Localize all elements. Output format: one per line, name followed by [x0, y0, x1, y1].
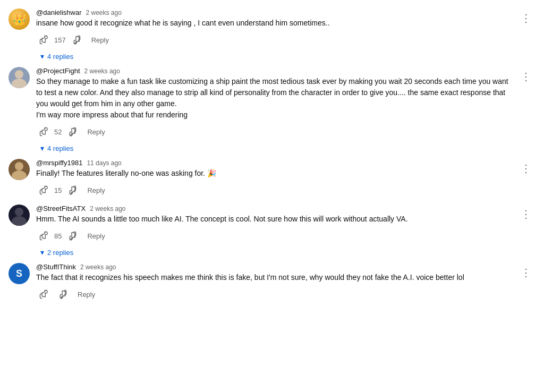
comment-header: @ProjectFight2 weeks ago [36, 67, 510, 75]
thumbs-up-button[interactable] [36, 183, 52, 197]
comment-thread: @StreetFitsATX2 weeks agoHmm. The AI sou… [0, 204, 544, 259]
svg-point-3 [12, 171, 27, 180]
comment-username[interactable]: @mrspiffy1981 [36, 159, 82, 167]
avatar[interactable] [8, 67, 30, 88]
thumbs-down-button[interactable] [64, 229, 80, 243]
more-icon: ⋮ [521, 71, 531, 82]
thumbs-down-icon [57, 289, 67, 299]
comment-timestamp: 2 weeks ago [84, 67, 120, 75]
comment-thread: @ProjectFight2 weeks agoSo they manage t… [0, 67, 544, 155]
more-options-button[interactable]: ⋮ [516, 8, 536, 28]
thumbs-up-button[interactable] [36, 125, 52, 139]
more-options-button[interactable]: ⋮ [516, 204, 536, 224]
comment-actions: 52Reply [36, 125, 510, 139]
replies-toggle-button[interactable]: ▾ 4 replies [36, 50, 78, 63]
more-icon: ⋮ [521, 209, 531, 219]
comment-body: @mrspiffy198111 days agoFinally! The fea… [36, 159, 510, 200]
svg-point-5 [12, 216, 27, 226]
thumbs-up-icon [39, 231, 49, 241]
comment-timestamp: 2 weeks ago [80, 263, 116, 271]
comment-body: @StuffIThink2 weeks agoThe fact that it … [36, 263, 510, 304]
comment-header: @danielishwar2 weeks ago [36, 8, 510, 16]
thumbs-up-button[interactable] [36, 287, 52, 301]
thumbs-down-icon [71, 35, 81, 45]
comment-row: 👑@danielishwar2 weeks agoinsane how good… [8, 8, 536, 63]
reply-button[interactable]: Reply [82, 184, 110, 197]
more-icon: ⋮ [521, 163, 531, 174]
comment-text: The fact that it recognizes his speech m… [36, 272, 510, 283]
thumbs-up-button[interactable] [36, 33, 52, 47]
comment-username[interactable]: @StreetFitsATX [36, 204, 86, 212]
comment-body: @ProjectFight2 weeks agoSo they manage t… [36, 67, 510, 155]
chevron-down-icon: ▾ [40, 248, 44, 257]
thumbs-down-icon [67, 127, 76, 137]
thumbs-up-icon [39, 127, 49, 137]
comment-row: @mrspiffy198111 days agoFinally! The fea… [8, 159, 536, 200]
more-options-button[interactable]: ⋮ [516, 263, 536, 282]
thumbs-down-button[interactable] [64, 183, 80, 197]
avatar[interactable]: 👑 [8, 8, 30, 30]
like-count: 52 [54, 128, 62, 136]
comment-timestamp: 2 weeks ago [90, 205, 125, 212]
comment-row: S@StuffIThink2 weeks agoThe fact that it… [8, 263, 536, 304]
chevron-down-icon: ▾ [40, 52, 44, 61]
replies-count-label: 4 replies [47, 53, 73, 61]
reply-button[interactable]: Reply [72, 288, 100, 301]
thumbs-down-button[interactable] [54, 287, 70, 301]
reply-button[interactable]: Reply [86, 34, 114, 46]
replies-count-label: 2 replies [47, 249, 73, 257]
more-options-button[interactable]: ⋮ [516, 159, 536, 178]
comment-text: So they manage to make a fun task like c… [36, 76, 510, 121]
like-count: 15 [54, 186, 62, 194]
comment-row: @ProjectFight2 weeks agoSo they manage t… [8, 67, 536, 155]
thumbs-down-button[interactable] [64, 125, 80, 139]
comment-thread: S@StuffIThink2 weeks agoThe fact that it… [0, 263, 544, 304]
replies-toggle-button[interactable]: ▾ 4 replies [36, 142, 78, 155]
thumbs-up-icon [39, 185, 49, 195]
more-icon: ⋮ [521, 267, 531, 278]
comment-header: @StreetFitsATX2 weeks ago [36, 204, 510, 212]
avatar[interactable]: S [8, 263, 30, 284]
thumbs-up-icon [39, 35, 49, 45]
thumbs-up-button[interactable] [36, 229, 52, 243]
comment-thread: @mrspiffy198111 days agoFinally! The fea… [0, 159, 544, 200]
like-count: 157 [54, 36, 66, 44]
comment-username[interactable]: @ProjectFight [36, 67, 80, 75]
comment-timestamp: 2 weeks ago [86, 9, 121, 16]
chevron-down-icon: ▾ [40, 144, 44, 152]
comment-text: insane how good it recognize what he is … [36, 18, 510, 29]
avatar[interactable] [8, 204, 30, 226]
comment-text: Finally! The features literally no-one w… [36, 168, 510, 179]
svg-point-4 [15, 208, 23, 216]
more-options-button[interactable]: ⋮ [516, 67, 536, 86]
thumbs-down-button[interactable] [68, 33, 84, 47]
thumbs-down-icon [67, 185, 76, 195]
like-count: 85 [54, 232, 62, 240]
avatar[interactable] [8, 159, 30, 180]
comment-actions: 85Reply [36, 229, 510, 243]
svg-point-2 [15, 162, 23, 171]
comment-header: @StuffIThink2 weeks ago [36, 263, 510, 271]
comment-thread: 👑@danielishwar2 weeks agoinsane how good… [0, 8, 544, 63]
comment-body: @danielishwar2 weeks agoinsane how good … [36, 8, 510, 63]
replies-toggle-button[interactable]: ▾ 2 replies [36, 246, 78, 259]
reply-button[interactable]: Reply [82, 126, 110, 138]
comment-actions: 15Reply [36, 183, 510, 197]
comment-row: @StreetFitsATX2 weeks agoHmm. The AI sou… [8, 204, 536, 259]
more-icon: ⋮ [521, 13, 531, 23]
comment-header: @mrspiffy198111 days ago [36, 159, 510, 167]
comment-username[interactable]: @danielishwar [36, 8, 81, 16]
svg-point-1 [12, 79, 27, 88]
reply-button[interactable]: Reply [82, 230, 110, 242]
comment-timestamp: 11 days ago [87, 159, 121, 167]
comment-actions: Reply [36, 287, 510, 301]
comment-body: @StreetFitsATX2 weeks agoHmm. The AI sou… [36, 204, 510, 259]
thumbs-up-icon [39, 289, 49, 299]
thumbs-down-icon [67, 231, 76, 241]
comment-actions: 157Reply [36, 33, 510, 47]
svg-point-0 [15, 70, 23, 79]
comment-text: Hmm. The AI sounds a little too much lik… [36, 214, 510, 225]
comment-username[interactable]: @StuffIThink [36, 263, 76, 271]
replies-count-label: 4 replies [47, 144, 73, 152]
